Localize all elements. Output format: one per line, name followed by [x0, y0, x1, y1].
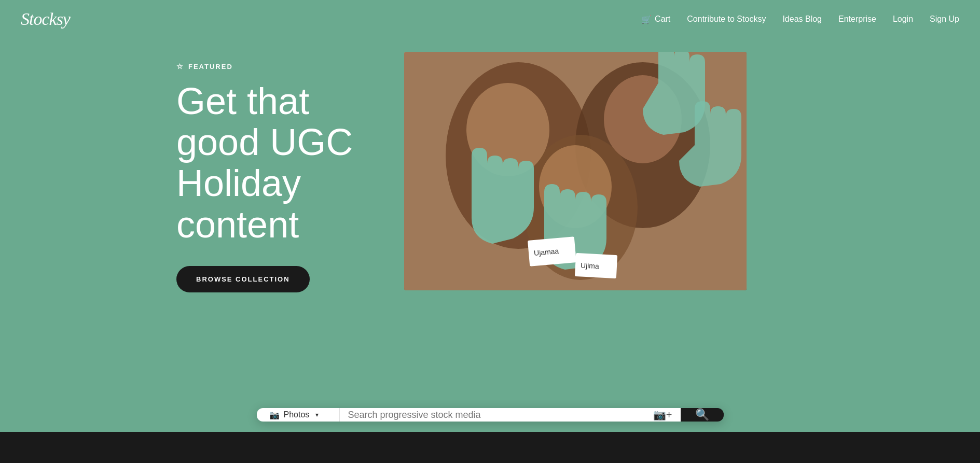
search-input-area: 📷+: [340, 408, 681, 422]
cart-label: Cart: [655, 15, 670, 24]
svg-point-7: [539, 145, 612, 228]
camera-icon: 📷: [269, 410, 280, 420]
nav-cart[interactable]: 🛒 Cart: [641, 15, 670, 24]
nav-login[interactable]: Login: [893, 15, 913, 24]
svg-point-6: [604, 75, 682, 163]
svg-rect-0: [404, 52, 747, 290]
star-icon: ☆: [176, 62, 184, 71]
nav-links: 🛒 Cart Contribute to Stocksy Ideas Blog …: [641, 15, 959, 24]
logo[interactable]: Stocksy: [21, 9, 70, 29]
svg-rect-8: [528, 236, 576, 266]
bottom-bar: [0, 432, 980, 463]
nav-enterprise[interactable]: Enterprise: [838, 15, 876, 24]
browse-collection-button[interactable]: BROWSE COLLECTION: [176, 266, 310, 292]
svg-point-2: [446, 62, 591, 249]
svg-point-4: [523, 135, 638, 280]
hero-title: Get that good UGC Holiday content: [176, 81, 353, 245]
navigation: Stocksy 🛒 Cart Contribute to Stocksy Ide…: [0, 0, 980, 38]
search-type-selector[interactable]: 📷 Photos ▾: [257, 408, 340, 422]
nav-ideas-blog[interactable]: Ideas Blog: [782, 15, 822, 24]
svg-point-5: [466, 83, 549, 176]
svg-point-3: [575, 62, 710, 228]
hero-content: ☆ FEATURED Get that good UGC Holiday con…: [176, 62, 353, 292]
search-bar: 📷 Photos ▾ 📷+ 🔍: [257, 408, 724, 422]
search-submit-button[interactable]: 🔍: [681, 408, 724, 422]
hero-image: Ujamaa Ujima Clique Images: [404, 52, 747, 290]
nav-contribute[interactable]: Contribute to Stocksy: [687, 15, 766, 24]
svg-rect-10: [575, 253, 617, 278]
featured-label: ☆ FEATURED: [176, 62, 353, 71]
nav-signup[interactable]: Sign Up: [930, 15, 959, 24]
search-icon: 🔍: [695, 408, 709, 422]
search-type-label: Photos: [284, 410, 310, 419]
svg-text:Ujima: Ujima: [581, 261, 600, 270]
hands-svg: Ujamaa Ujima: [404, 52, 747, 290]
chevron-down-icon: ▾: [315, 411, 319, 418]
svg-text:Ujamaa: Ujamaa: [533, 247, 559, 257]
search-input[interactable]: [348, 410, 647, 420]
svg-rect-1: [404, 52, 747, 290]
cart-icon: 🛒: [641, 15, 652, 24]
visual-search-icon[interactable]: 📷+: [653, 409, 672, 421]
